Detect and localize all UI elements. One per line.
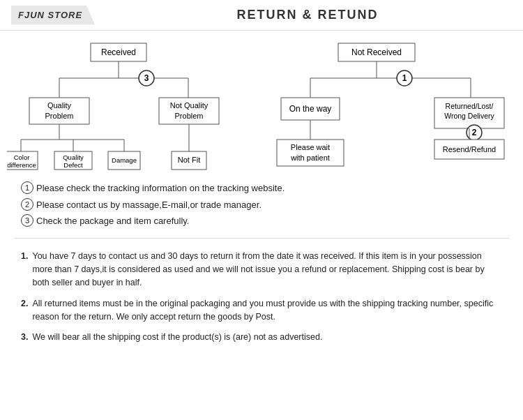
rule-2: 2. All returned items must be in the ori…: [21, 297, 502, 324]
right-flowchart: Not Received 1 On the way Returned/Lost/…: [262, 36, 516, 174]
circle-2: 2: [21, 198, 33, 211]
svg-text:Not Fit: Not Fit: [178, 156, 200, 164]
svg-text:Received: Received: [101, 47, 136, 57]
instruction-2: 2 Please contact us by massage,E-mail,or…: [21, 198, 502, 212]
flowchart-section: Received 3 Quality Problem Not Quality P…: [0, 31, 523, 174]
rule-2-text: All returned items must be in the origin…: [32, 297, 502, 324]
svg-text:Problem: Problem: [45, 112, 74, 120]
instruction-1-text: Please check the tracking information on…: [36, 181, 285, 195]
instruction-3: 3 Check the package and item carefully.: [21, 214, 502, 228]
svg-text:Wrong Delivery: Wrong Delivery: [444, 112, 494, 120]
circle-1: 1: [21, 181, 33, 194]
svg-text:Problem: Problem: [175, 112, 204, 120]
svg-text:3: 3: [144, 73, 149, 83]
svg-text:Resend/Refund: Resend/Refund: [443, 145, 496, 153]
svg-text:Not  Received: Not Received: [351, 47, 402, 57]
page-title: RETURN & RETUND: [103, 8, 512, 22]
svg-text:Please wait: Please wait: [291, 143, 330, 151]
rule-3-text: We will bear all the shipping cost if th…: [32, 331, 322, 344]
rule-3: 3. We will bear all the shipping cost if…: [21, 331, 502, 344]
svg-text:Quality: Quality: [63, 153, 84, 161]
svg-text:Defect: Defect: [63, 161, 83, 169]
svg-text:with patient: with patient: [290, 153, 330, 162]
rule-1: 1. You have 7 days to contact us and 30 …: [21, 250, 502, 290]
svg-text:Returned/Lost/: Returned/Lost/: [446, 102, 494, 110]
circle-3: 3: [21, 214, 33, 227]
left-flowchart: Received 3 Quality Problem Not Quality P…: [7, 36, 262, 174]
instructions-section: 1 Please check the tracking information …: [0, 174, 523, 234]
divider: [14, 238, 509, 239]
store-name: FJUN STORE: [18, 10, 82, 20]
rule-3-num: 3.: [21, 331, 28, 344]
instruction-3-text: Check the package and item carefully.: [36, 214, 189, 228]
right-chart-svg: Not Received 1 On the way Returned/Lost/…: [262, 36, 516, 172]
svg-text:difference: difference: [7, 161, 36, 169]
instruction-1: 1 Please check the tracking information …: [21, 181, 502, 195]
left-chart-svg: Received 3 Quality Problem Not Quality P…: [7, 36, 262, 172]
rule-1-text: You have 7 days to contact us and 30 day…: [32, 250, 502, 290]
store-tab: FJUN STORE: [11, 6, 95, 24]
svg-text:On the way: On the way: [289, 104, 332, 114]
svg-text:Color: Color: [14, 153, 30, 161]
svg-text:2: 2: [472, 128, 477, 137]
rules-section: 1. You have 7 days to contact us and 30 …: [0, 243, 523, 359]
svg-text:Not Quality: Not Quality: [170, 101, 209, 110]
svg-text:1: 1: [402, 73, 407, 83]
page-header: FJUN STORE RETURN & RETUND: [0, 0, 523, 31]
rule-1-num: 1.: [21, 250, 28, 263]
rule-2-num: 2.: [21, 297, 28, 310]
svg-text:Damage: Damage: [112, 156, 137, 164]
instruction-2-text: Please contact us by massage,E-mail,or t…: [36, 198, 262, 212]
svg-text:Quality: Quality: [47, 101, 72, 110]
